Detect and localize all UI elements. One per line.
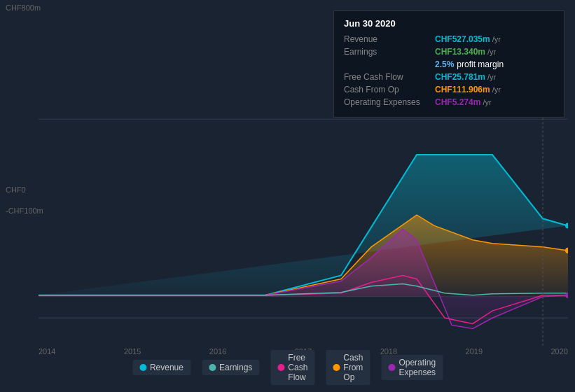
legend-label-revenue: Revenue (150, 363, 183, 372)
tooltip-value-fcf: CHF25.781m (435, 72, 485, 82)
tooltip-row-fcf: Free Cash Flow CHF25.781m /yr (344, 72, 554, 82)
tooltip-label-opex: Operating Expenses (344, 97, 435, 107)
legend-item-cashop[interactable]: Cash From Op (326, 350, 370, 385)
tooltip-unit-opex: /yr (483, 98, 491, 106)
y-axis-label-800: CHF800m (6, 4, 41, 12)
tooltip-row-margin: 2.5% profit margin (344, 59, 554, 69)
legend-label-earnings: Earnings (219, 363, 252, 372)
legend-item-earnings[interactable]: Earnings (202, 360, 259, 375)
tooltip-unit-fcf: /yr (487, 73, 496, 81)
y-axis-label-neg100: -CHF100m (6, 206, 43, 215)
tooltip-label-cashop: Cash From Op (344, 85, 435, 94)
tooltip-label-earnings: Earnings (344, 47, 435, 57)
tooltip-title: Jun 30 2020 (344, 18, 554, 29)
tooltip-unit-cashop: /yr (492, 85, 501, 94)
tooltip-row-opex: Operating Expenses CHF5.274m /yr (344, 97, 554, 107)
legend-dot-fcf (277, 364, 284, 371)
chart-container (39, 105, 568, 354)
tooltip-value-margin: 2.5% (435, 59, 454, 69)
tooltip-label-fcf: Free Cash Flow (344, 72, 435, 82)
tooltip-value-cashop: CHF111.906m (435, 85, 490, 94)
tooltip-value-earnings: CHF13.340m (435, 47, 485, 57)
tooltip-row-revenue: Revenue CHF527.035m /yr (344, 34, 554, 44)
legend-item-fcf[interactable]: Free Cash Flow (270, 350, 314, 385)
legend-dot-opex (388, 364, 395, 371)
legend-dot-earnings (209, 364, 216, 371)
y-axis-label-0: CHF0 (6, 186, 26, 194)
legend-label-fcf: Free Cash Flow (288, 353, 307, 382)
tooltip-row-earnings: Earnings CHF13.340m /yr (344, 47, 554, 57)
tooltip-margin-label: profit margin (457, 59, 504, 69)
legend-dot-revenue (139, 364, 146, 371)
tooltip-label-revenue: Revenue (344, 34, 435, 44)
tooltip-unit-revenue: /yr (492, 35, 501, 43)
x-label-2020: 2020 (550, 347, 567, 356)
legend-label-opex: Operating Expenses (399, 358, 436, 377)
legend-dot-cashop (333, 364, 340, 371)
tooltip-card: Jun 30 2020 Revenue CHF527.035m /yr Earn… (333, 10, 564, 118)
x-label-2019: 2019 (466, 347, 483, 356)
legend: Revenue Earnings Free Cash Flow Cash Fro… (132, 350, 443, 385)
tooltip-value-revenue: CHF527.035m (435, 34, 490, 44)
tooltip-value-opex: CHF5.274m (435, 97, 480, 107)
chart-svg (39, 105, 568, 354)
legend-item-revenue[interactable]: Revenue (132, 360, 190, 375)
tooltip-row-cashop: Cash From Op CHF111.906m /yr (344, 85, 554, 94)
svg-point-4 (565, 223, 568, 228)
tooltip-unit-earnings: /yr (487, 48, 496, 56)
legend-label-cashop: Cash From Op (343, 353, 363, 382)
legend-item-opex[interactable]: Operating Expenses (381, 355, 443, 380)
x-label-2014: 2014 (39, 347, 55, 356)
